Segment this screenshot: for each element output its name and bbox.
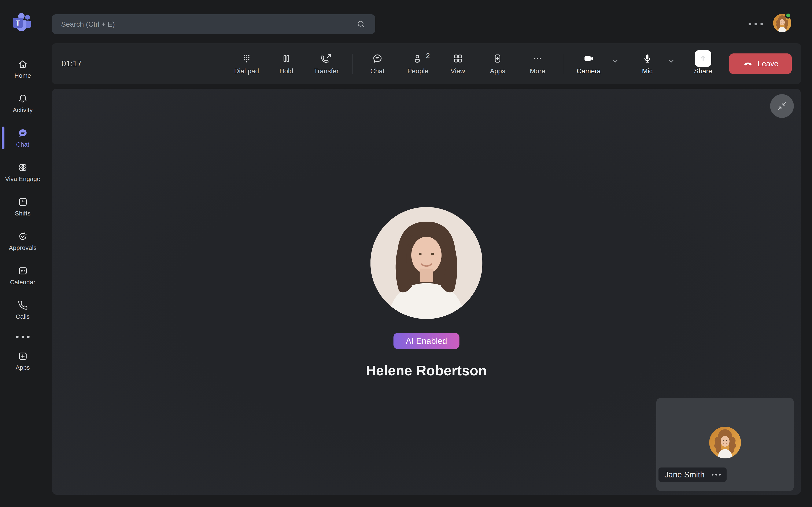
approvals-icon [17,231,28,242]
more-horizontal-icon [16,336,30,338]
mic-button[interactable]: Mic [636,43,659,84]
chevron-down-icon [666,56,676,66]
sidebar-item-more[interactable] [0,327,45,344]
sidebar-item-label: Chat [16,141,29,148]
mic-icon [642,52,653,65]
people-count-badge: 2 [426,52,430,60]
apps-plus-icon [492,52,503,65]
share-screen-icon [695,52,711,65]
sidebar-item-label: Home [14,72,31,79]
collapse-arrows-icon [776,100,788,112]
apps-plus-icon [17,351,28,362]
viva-engage-icon [17,162,28,173]
sidebar-item-label: Calls [16,313,30,320]
more-button[interactable]: More [519,43,556,84]
grid-view-icon [452,52,463,65]
sidebar-nav: Home Activity Chat [0,52,45,378]
hold-button[interactable]: Hold [268,43,304,84]
sidebar-item-label: Apps [16,364,30,371]
search-box [52,14,375,34]
more-horizontal-icon [749,22,751,25]
home-icon [17,59,28,70]
call-toolbar: 01:17 Dial pad Hold [52,43,801,84]
dial-pad-icon [241,52,252,65]
people-button[interactable]: 2 People [400,43,436,84]
dial-pad-button[interactable]: Dial pad [229,43,264,84]
teams-call-window: { "app": { "name": "Microsoft Teams" }, … [0,0,812,507]
leave-call-button[interactable]: Leave [729,53,792,74]
search-input[interactable] [52,14,375,34]
bell-icon [17,93,28,104]
window-more-button[interactable] [748,19,764,29]
hang-up-icon [743,58,753,69]
call-stage: AI Enabled Helene Robertson J [52,89,801,495]
sidebar-item-home[interactable]: Home [0,52,45,86]
chevron-down-icon [610,56,620,66]
sidebar-item-viva-engage[interactable]: Viva Engage [0,155,45,189]
view-button[interactable]: View [440,43,476,84]
sidebar-item-label: Approvals [9,244,37,251]
sidebar-item-calendar[interactable]: Calendar [0,258,45,293]
hold-pause-icon [281,52,292,65]
sidebar-item-label: Viva Engage [5,176,40,182]
sidebar-item-activity[interactable]: Activity [0,86,45,121]
sidebar-item-approvals[interactable]: Approvals [0,224,45,258]
app-sidebar: T Home Activity [0,0,45,507]
ai-enabled-badge: AI Enabled [394,333,459,349]
camera-options-chevron[interactable] [608,43,622,84]
toolbar-divider [352,54,353,74]
people-icon: 2 [412,52,423,65]
teams-logo-icon[interactable]: T [11,11,35,35]
phone-icon [17,300,28,311]
svg-text:T: T [16,19,20,27]
chat-button[interactable]: Chat [359,43,395,84]
active-speaker: AI Enabled Helene Robertson [366,207,487,379]
chat-bubble-icon [372,52,383,65]
sidebar-item-label: Calendar [10,279,35,286]
toolbar-divider [563,54,563,74]
collapse-view-button[interactable] [770,94,794,118]
presence-available-badge [785,12,791,18]
calendar-icon [17,265,28,276]
camera-button[interactable]: Camera [573,43,605,84]
mic-options-chevron[interactable] [664,43,678,84]
transfer-call-icon [320,52,332,65]
sidebar-item-shifts[interactable]: Shifts [0,189,45,224]
sidebar-item-apps[interactable]: Apps [0,344,45,378]
share-button[interactable]: Share [687,43,719,84]
pip-more-button[interactable] [712,474,721,475]
pip-name-pill: Jane Smith [658,467,726,482]
sidebar-item-chat[interactable]: Chat [0,121,45,155]
camera-icon [583,52,595,65]
shifts-clock-icon [17,196,28,208]
sidebar-item-calls[interactable]: Calls [0,293,45,327]
chat-bubble-icon [17,128,28,138]
sidebar-item-label: Activity [13,107,33,114]
apps-button[interactable]: Apps [479,43,515,84]
search-icon[interactable] [356,19,366,29]
pip-participant-name: Jane Smith [664,470,705,479]
participant-avatar [370,207,483,319]
pip-avatar [709,427,741,458]
sidebar-item-label: Shifts [15,210,31,217]
call-timer: 01:17 [61,43,82,84]
pip-participant-tile[interactable]: Jane Smith [656,398,794,491]
transfer-button[interactable]: Transfer [308,43,344,84]
participant-name: Helene Robertson [366,362,487,379]
more-horizontal-icon [532,52,543,65]
